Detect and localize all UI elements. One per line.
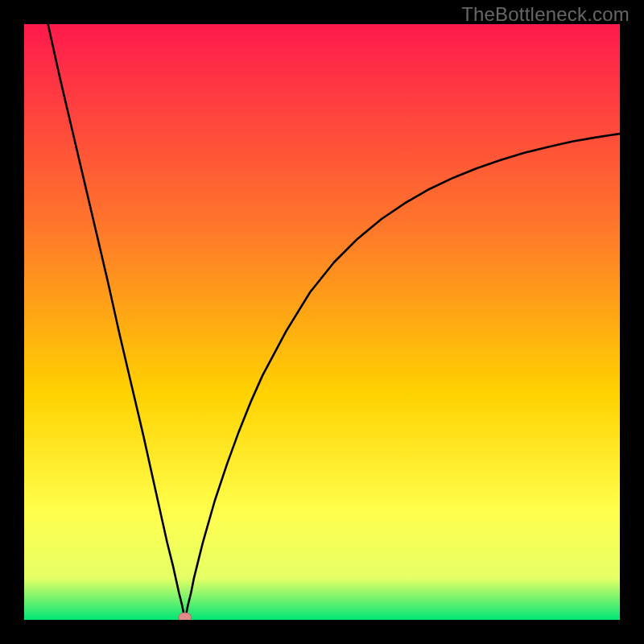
plot-area — [24, 24, 620, 620]
watermark-text: TheBottleneck.com — [461, 3, 630, 26]
chart-frame: TheBottleneck.com — [0, 0, 644, 644]
gradient-background — [24, 24, 620, 620]
chart-svg — [24, 24, 620, 620]
minimum-marker — [179, 613, 192, 620]
